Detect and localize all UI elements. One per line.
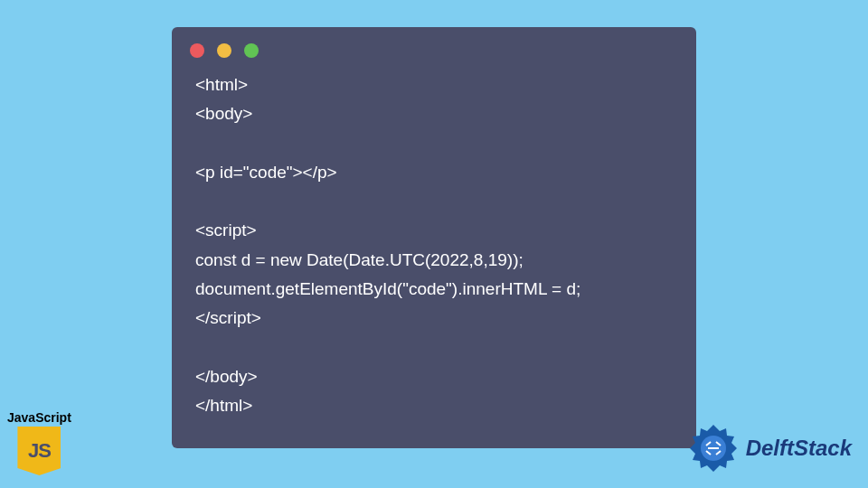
delftstack-logo-icon <box>686 421 741 475</box>
javascript-badge: JavaScript JS <box>7 410 71 475</box>
close-icon <box>190 43 204 58</box>
javascript-label: JavaScript <box>7 410 71 425</box>
maximize-icon <box>244 43 259 58</box>
code-window: <html> <body> <p id="code"></p> <script>… <box>172 27 696 448</box>
delftstack-badge: DelftStack <box>686 421 852 475</box>
javascript-logo-icon: JS <box>17 427 61 475</box>
javascript-logo-text: JS <box>28 439 51 463</box>
delftstack-text: DelftStack <box>746 436 852 461</box>
window-controls <box>172 27 696 65</box>
minimize-icon <box>217 43 231 58</box>
code-content: <html> <body> <p id="code"></p> <script>… <box>172 65 696 430</box>
